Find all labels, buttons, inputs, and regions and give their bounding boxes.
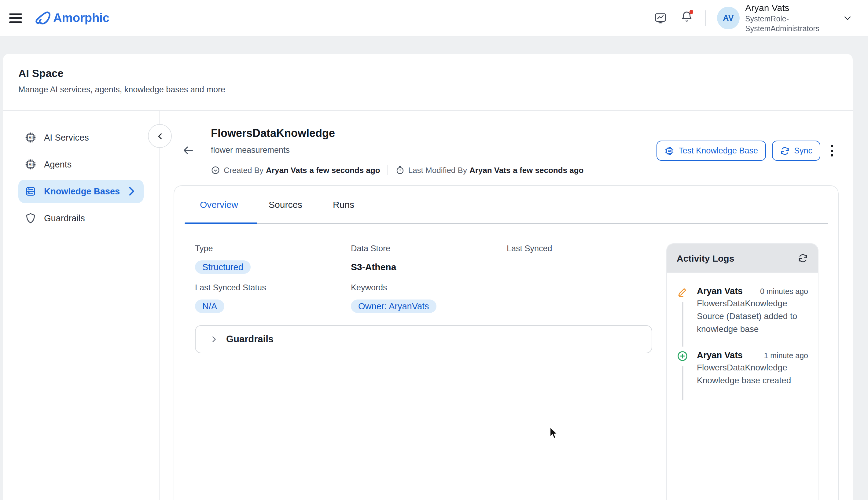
top-navbar: Amorphic AV Aryan Vats SystemRole-System… [0,0,868,37]
sync-label: Sync [794,146,812,155]
knowledge-base-icon [24,185,37,197]
sidebar-collapse-button[interactable] [148,124,172,148]
test-knowledge-base-label: Test Knowledge Base [678,146,758,155]
svg-text:AI: AI [668,149,671,152]
app-root: Amorphic AV Aryan Vats SystemRole-System… [0,0,868,500]
ai-chip-icon: AI [24,158,37,171]
type-badge: Structured [195,260,251,274]
sidebar-item-label: Knowledge Bases [44,186,120,196]
created-ago: a few seconds ago [310,165,380,174]
field-data-store: Data Store S3-Athena [351,244,507,274]
shield-icon [24,212,37,224]
tab-runs[interactable]: Runs [318,186,369,223]
field-last-synced-status: Last Synced Status N/A [195,283,351,314]
edit-pencil-icon [677,286,688,298]
page-subtitle: Manage AI services, agents, knowledge ba… [18,85,225,94]
sidebar: AI AI Services AI Agents [3,111,160,500]
navbar-divider [705,10,706,26]
main-content: FlowersDataKnowledge flower measurements… [160,111,853,500]
knowledge-base-title: FlowersDataKnowledge [211,127,335,140]
keyword-badge: Owner: AryanVats [351,299,436,312]
sidebar-item-label: AI Services [44,133,89,143]
svg-text:AI: AI [28,135,32,140]
refresh-icon[interactable] [798,253,808,263]
sidebar-item-knowledge-bases[interactable]: Knowledge Bases [18,180,144,203]
dashboard-chart-icon[interactable] [654,12,667,24]
overview-fields: Type Structured Data Store S3-Athena Las… [195,244,663,314]
ai-chip-icon: AI [24,132,37,144]
user-menu-chevron-down-icon[interactable] [843,13,852,23]
test-knowledge-base-button[interactable]: AI Test Knowledge Base [656,140,766,161]
field-keywords: Keywords Owner: AryanVats [351,283,507,314]
field-last-synced: Last Synced [507,244,663,274]
tab-divider [185,223,828,224]
sidebar-item-ai-services[interactable]: AI AI Services [18,126,144,149]
activity-entries: Aryan Vats 0 minutes ago FlowersDataKnow… [667,273,818,387]
meta-divider [388,165,388,175]
brand-name: Amorphic [53,11,110,25]
last-synced-status-badge: N/A [195,299,224,312]
activity-text: FlowersDataKnowledge Source (Dataset) ad… [697,297,808,336]
sidebar-item-label: Agents [44,160,71,169]
action-buttons: AI Test Knowledge Base Sync [656,140,839,161]
sidebar-item-label: Guardrails [44,213,85,223]
back-arrow-icon[interactable] [182,144,194,157]
chevron-right-icon [125,185,138,197]
activity-logs-header: Activity Logs [667,244,818,273]
active-tab-indicator [185,222,257,224]
chevron-right-icon [210,335,218,343]
activity-user: Aryan Vats [697,286,743,296]
plus-circle-icon [677,350,688,362]
guardrails-accordion-label: Guardrails [226,334,274,345]
mouse-cursor [549,427,559,440]
stopwatch-icon [396,165,405,174]
sidebar-item-guardrails[interactable]: Guardrails [18,207,144,230]
field-type: Type Structured [195,244,351,274]
activity-text: FlowersDataKnowledge Knowledge base crea… [697,361,808,387]
tab-bar: Overview Sources Runs [185,186,828,223]
tab-sources[interactable]: Sources [253,186,318,223]
data-store-value: S3-Athena [351,262,396,272]
field-label: Last Synced Status [195,283,351,292]
field-label: Data Store [351,244,507,253]
clock-icon [211,165,220,174]
tab-overview[interactable]: Overview [185,186,253,223]
activity-time: 1 minute ago [764,351,808,360]
meta-row: Created By Aryan Vats a few seconds ago … [211,165,584,175]
amorphic-logo[interactable]: Amorphic [34,10,110,26]
page-card: AI Space Manage AI services, agents, kno… [3,54,853,500]
activity-logs-panel: Activity Logs [666,243,819,500]
user-role: SystemRole-SystemAdministrators [745,14,823,34]
field-label: Last Synced [507,244,663,253]
created-by-value: Aryan Vats [266,165,307,174]
more-options-kebab-icon[interactable] [825,140,839,161]
sidebar-item-agents[interactable]: AI Agents [18,153,144,176]
activity-entry: Aryan Vats 0 minutes ago FlowersDataKnow… [677,286,808,336]
navbar-right: AV Aryan Vats SystemRole-SystemAdministr… [654,2,868,34]
notifications-bell[interactable] [680,10,693,26]
hamburger-menu-icon[interactable] [9,13,22,23]
page-title: AI Space [18,67,64,80]
field-label: Keywords [351,283,507,292]
user-info[interactable]: Aryan Vats SystemRole-SystemAdministrato… [745,2,823,34]
created-by-label: Created By [224,165,263,174]
activity-time: 0 minutes ago [760,287,808,296]
field-label: Type [195,244,351,253]
guardrails-accordion[interactable]: Guardrails [195,325,652,353]
avatar[interactable]: AV [717,7,740,29]
notification-dot [689,10,693,14]
modified-by-value: Aryan Vats [469,165,511,174]
ai-chip-icon: AI [664,146,674,156]
activity-user: Aryan Vats [697,350,743,360]
sync-button[interactable]: Sync [772,140,820,161]
detail-card: Overview Sources Runs Type Structured Da… [174,185,839,500]
sync-icon [780,146,790,156]
user-name: Aryan Vats [745,2,823,13]
chevron-left-icon [156,132,164,140]
modified-ago: a few seconds ago [513,165,583,174]
knowledge-base-subtitle: flower measurements [211,146,290,155]
modified-by-label: Last Modified By [408,165,467,174]
svg-text:AI: AI [28,162,32,167]
activity-entry: Aryan Vats 1 minute ago FlowersDataKnowl… [677,350,808,387]
activity-logs-title: Activity Logs [677,253,734,263]
